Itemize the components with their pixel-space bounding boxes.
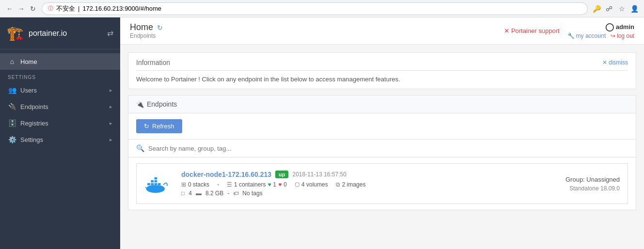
- content-area: Information ✕ dismiss Welcome to Portain…: [120, 45, 644, 218]
- sidebar-item-registries[interactable]: 🗄️ Registries ▸: [0, 115, 120, 131]
- key-icon[interactable]: 🔑: [592, 4, 601, 14]
- search-bar: 🔍: [128, 140, 636, 157]
- containers-stat: ☰ 1 containers ♥ 1 ♥ 0: [227, 181, 287, 188]
- browser-chrome: ← → ↻ ⓘ 不安全 | 172.16.60.213:9000/#/home …: [0, 0, 644, 17]
- search-input[interactable]: [148, 145, 628, 152]
- user-links: 🔧 my account ↪ log out: [567, 32, 634, 39]
- tags-value: No tags: [242, 190, 262, 197]
- star-icon[interactable]: ☆: [617, 4, 627, 14]
- url-text: 172.16.60.213:9000/#/home: [82, 5, 161, 12]
- svg-rect-7: [154, 177, 157, 180]
- endpoints-arrow-icon: ▸: [110, 104, 112, 110]
- endpoints-section: 🔌 Endpoints ↻ Refresh 🔍: [128, 95, 636, 210]
- nav-buttons[interactable]: ← → ↻: [5, 4, 38, 14]
- images-value: 2 images: [342, 181, 366, 188]
- forward-button[interactable]: →: [16, 4, 26, 14]
- healthy-icon: ♥: [267, 181, 271, 188]
- back-button[interactable]: ←: [5, 4, 15, 14]
- logout-icon: ↪: [611, 32, 615, 39]
- users-arrow-icon: ▸: [110, 87, 112, 93]
- endpoint-timestamp: 2018-11-13 16:57:50: [292, 171, 346, 178]
- address-bar[interactable]: ⓘ 不安全 | 172.16.60.213:9000/#/home: [42, 2, 588, 15]
- healthy-count: 1: [273, 181, 277, 188]
- support-icon: ✕: [504, 27, 509, 34]
- svg-rect-2: [151, 183, 154, 186]
- info-title: Information: [136, 59, 170, 66]
- dismiss-button[interactable]: ✕ dismiss: [602, 59, 628, 66]
- section-title: Endpoints: [147, 100, 177, 108]
- endpoint-group: Group: Unassigned Standalone 18.09.0: [565, 176, 620, 192]
- page-title-area: Home ↻ Endpoints: [130, 22, 163, 39]
- memory-value: 8.2 GB: [205, 190, 223, 197]
- standalone-label: Standalone 18.09.0: [565, 185, 620, 192]
- profile-icon[interactable]: 👤: [629, 4, 639, 14]
- sidebar-item-users[interactable]: 👥 Users ▸: [0, 82, 120, 98]
- sidebar: 🏗️ portainer.io ⇄ ⌂ Home SETTINGS 👥 User…: [0, 17, 120, 249]
- sidebar-item-endpoints[interactable]: 🔌 Endpoints ▸: [0, 98, 120, 115]
- log-out-link[interactable]: ↪ log out: [611, 32, 634, 39]
- sidebar-toggle-icon[interactable]: ⇄: [107, 29, 113, 38]
- security-icon: ⓘ: [48, 5, 53, 12]
- search-icon: 🔍: [136, 144, 144, 152]
- plug-icon: 🔌: [136, 101, 144, 108]
- endpoint-info: docker-node1-172.16.60.213 up 2018-11-13…: [181, 171, 558, 197]
- cpu-icon: □: [181, 190, 185, 197]
- separator: |: [78, 5, 79, 12]
- images-stat: ⧉ 2 images: [336, 181, 366, 188]
- section-header: 🔌 Endpoints: [128, 95, 636, 113]
- page-title-row: Home ↻: [130, 22, 163, 32]
- support-link[interactable]: ✕ Portainer support: [504, 27, 560, 34]
- sidebar-logo: 🏗️ portainer.io ⇄: [0, 17, 120, 49]
- tag-icon: 🏷: [233, 190, 238, 196]
- endpoint-stats: ⊞ 0 stacks - ☰ 1 containers ♥ 1 ♥ 0: [181, 181, 558, 188]
- refresh-button[interactable]: ↻ Refresh: [136, 119, 182, 133]
- containers-icon: ☰: [227, 181, 232, 188]
- stacks-icon: ⊞: [181, 181, 186, 188]
- info-header: Information ✕ dismiss: [136, 59, 628, 71]
- page-refresh-icon[interactable]: ↻: [157, 24, 163, 31]
- info-message: Welcome to Portainer ! Click on any endp…: [136, 76, 628, 83]
- endpoint-name-row: docker-node1-172.16.60.213 up 2018-11-13…: [181, 171, 558, 178]
- cast-icon[interactable]: ☍: [604, 4, 614, 14]
- unhealthy-icon: ♥: [278, 181, 282, 188]
- admin-label: ◯ admin: [605, 22, 634, 31]
- settings-arrow-icon: ▸: [110, 137, 112, 143]
- endpoints-icon: 🔌: [8, 103, 16, 110]
- portainer-logo-icon: 🏗️: [7, 25, 24, 41]
- user-circle-icon: ◯: [605, 22, 614, 31]
- cpu-count: 4: [188, 190, 192, 197]
- sidebar-item-home-label: Home: [20, 58, 37, 65]
- endpoint-name[interactable]: docker-node1-172.16.60.213: [181, 171, 271, 178]
- docker-logo: [144, 171, 173, 196]
- group-label: Group: Unassigned: [565, 176, 620, 183]
- sidebar-item-home[interactable]: ⌂ Home: [0, 53, 120, 70]
- svg-rect-3: [154, 183, 157, 186]
- svg-point-0: [146, 185, 165, 193]
- sidebar-item-settings[interactable]: ⚙️ Settings ▸: [0, 131, 120, 148]
- stacks-stat: ⊞ 0 stacks: [181, 181, 209, 188]
- settings-section-label: SETTINGS: [0, 70, 120, 82]
- home-icon: ⌂: [8, 58, 16, 65]
- section-toolbar: ↻ Refresh: [128, 113, 636, 140]
- my-account-link[interactable]: 🔧 my account: [567, 32, 606, 39]
- registries-icon: 🗄️: [8, 119, 16, 127]
- app: 🏗️ portainer.io ⇄ ⌂ Home SETTINGS 👥 User…: [0, 17, 644, 249]
- page-title: Home: [130, 22, 153, 32]
- settings-icon: ⚙️: [8, 136, 16, 143]
- breadcrumb: Endpoints: [130, 32, 163, 39]
- sidebar-item-settings-label: Settings: [20, 136, 43, 143]
- svg-rect-1: [147, 183, 150, 186]
- memory-icon: ▬: [196, 190, 202, 197]
- endpoint-meta: □ 4 ▬ 8.2 GB - 🏷 No tags: [181, 190, 558, 197]
- endpoint-card[interactable]: docker-node1-172.16.60.213 up 2018-11-13…: [136, 163, 628, 204]
- sidebar-nav: ⌂ Home SETTINGS 👥 Users ▸ 🔌 Endpoints ▸ …: [0, 49, 120, 152]
- logo-text: portainer.io: [29, 29, 67, 38]
- svg-rect-4: [158, 183, 161, 186]
- containers-value: 1 containers: [234, 181, 266, 188]
- volumes-value: 4 volumes: [301, 181, 328, 188]
- svg-rect-6: [154, 180, 157, 183]
- reload-button[interactable]: ↻: [28, 4, 38, 14]
- stat-separator1: -: [217, 181, 219, 188]
- volumes-stat: ⬡ 4 volumes: [295, 181, 328, 188]
- volumes-icon: ⬡: [295, 181, 299, 188]
